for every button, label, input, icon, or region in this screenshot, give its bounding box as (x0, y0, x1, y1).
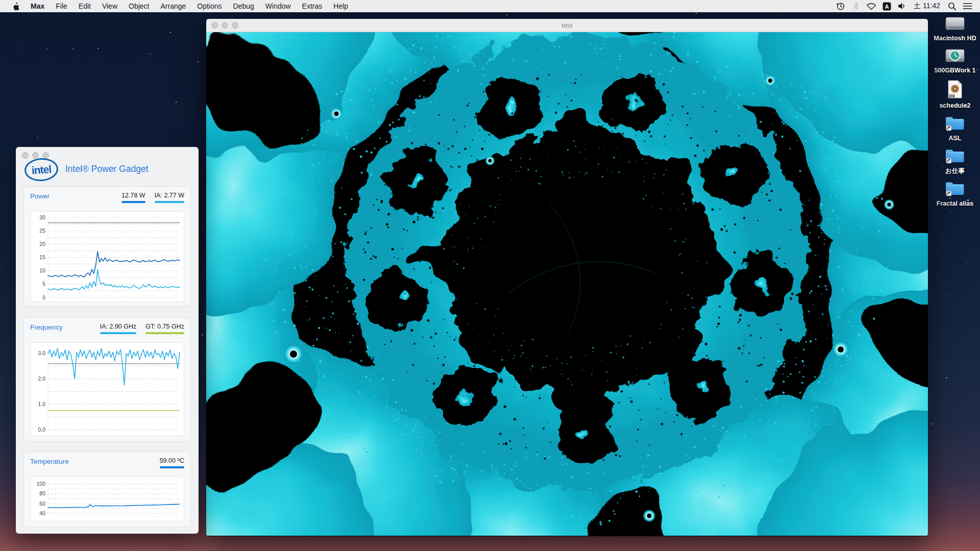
star (198, 61, 199, 62)
star (16, 55, 16, 55)
star (97, 48, 98, 48)
menu-help[interactable]: Help (328, 0, 354, 12)
fractal-window-titlebar[interactable]: test (206, 19, 928, 32)
close-button[interactable] (22, 152, 29, 159)
window-title: test (206, 21, 928, 29)
star (18, 40, 19, 41)
star (946, 377, 947, 379)
star (170, 32, 171, 33)
desktop-icon-label: お仕事 (945, 167, 965, 174)
fractal-artwork[interactable] (206, 32, 928, 536)
temperature-value: 59.00 ºC (160, 457, 184, 468)
svg-text:0: 0 (42, 294, 45, 300)
svg-text:3.0: 3.0 (38, 350, 45, 356)
folder-alias-icon (944, 147, 966, 166)
svg-text:15: 15 (39, 254, 45, 260)
star (14, 112, 15, 112)
time-machine-icon[interactable] (835, 0, 846, 12)
frequency-gt-legend-bar (145, 332, 184, 334)
star (967, 263, 967, 263)
menu-extras[interactable]: Extras (297, 0, 328, 12)
svg-text:25: 25 (39, 228, 45, 234)
frequency-ia-value: IA: 2.90 GHz (100, 323, 137, 334)
desktop-icon-macintosh-hd[interactable]: Macintosh HD (933, 15, 977, 42)
star (779, 15, 780, 16)
frequency-ia-legend-bar (100, 332, 137, 334)
app-title: Intel® Power Gadget (65, 164, 149, 174)
menu-arrange[interactable]: Arrange (155, 0, 191, 12)
menu-bar-right: A土 11:42 (835, 0, 980, 12)
fractal-window: test (206, 19, 928, 536)
power-ia-value: IA: 2.77 W (155, 192, 184, 203)
menu-view[interactable]: View (96, 0, 123, 12)
svg-text:10: 10 (39, 267, 45, 273)
menu-options[interactable]: Options (191, 0, 227, 12)
power-section: Power 12.78 W IA: 2.77 W 302520151050 (23, 186, 191, 307)
desktop-icon-fractal-alias[interactable]: Fractal alias (933, 180, 977, 207)
star (202, 334, 203, 336)
temperature-section-label: Temperature (30, 457, 69, 465)
star (72, 48, 74, 49)
desktop-icon-label: 500GBWork 1 (934, 67, 975, 74)
menu-object[interactable]: Object (123, 0, 155, 12)
folder-alias-icon (944, 180, 966, 199)
menu-edit[interactable]: Edit (73, 0, 96, 12)
menu-window[interactable]: Window (260, 0, 297, 12)
desktop-icon-column: Macintosh HD500GBWork 1TEXTschedule2ASLお… (933, 15, 977, 213)
desktop-icon-label: Macintosh HD (934, 35, 976, 42)
star (174, 49, 174, 50)
minimize-button[interactable] (32, 152, 39, 159)
menu-bar-left: MaxFileEditViewObjectArrangeOptionsDebug… (0, 0, 354, 12)
temperature-legend-bar (160, 466, 184, 468)
temperature-chart: 100806040 (30, 477, 184, 521)
power-section-label: Power (30, 192, 50, 200)
desktop-icon-asl[interactable]: ASL (933, 115, 977, 142)
svg-text:TEXT: TEXT (949, 95, 955, 97)
star (696, 13, 697, 14)
menu-max[interactable]: Max (25, 0, 50, 12)
desktop-icon-お仕事[interactable]: お仕事 (933, 147, 977, 174)
power-package-value: 12.78 W (121, 192, 145, 203)
folder-alias-icon (944, 115, 966, 134)
desktop-icon-500gbwork-1[interactable]: 500GBWork 1 (933, 47, 977, 74)
desktop-icon-schedule2[interactable]: TEXTschedule2 (933, 80, 977, 109)
notification-center-icon[interactable] (962, 0, 973, 12)
svg-text:A: A (885, 3, 889, 9)
frequency-section-label: Frequency (30, 323, 63, 331)
wifi-icon[interactable] (866, 0, 877, 12)
svg-text:100: 100 (36, 481, 45, 487)
svg-text:40: 40 (39, 510, 45, 516)
apple-menu[interactable] (6, 0, 25, 12)
drive-icon (944, 15, 966, 34)
power-chart: 302520151050 (30, 211, 184, 302)
window-controls (22, 152, 49, 159)
power-package-legend-bar (121, 201, 145, 203)
intel-logo-text: intel (31, 163, 52, 177)
frequency-gt-value: GT: 0.75 GHz (145, 323, 184, 334)
svg-text:0.0: 0.0 (38, 427, 45, 433)
svg-text:80: 80 (39, 490, 45, 496)
menu-debug[interactable]: Debug (228, 0, 260, 12)
frequency-chart: 3.02.01.00.0 (30, 342, 184, 436)
menu-file[interactable]: File (50, 0, 73, 12)
svg-text:1.0: 1.0 (38, 401, 45, 407)
bluetooth-icon[interactable] (850, 0, 862, 12)
star (37, 137, 38, 138)
star (150, 54, 151, 55)
intel-logo: intel (24, 157, 59, 182)
desktop-icon-label: Fractal alias (937, 200, 973, 207)
power-gadget-header[interactable]: intel Intel® Power Gadget (23, 147, 191, 183)
volume-icon[interactable] (896, 0, 908, 12)
star (945, 293, 946, 294)
desktop-icon-label: ASL (949, 135, 962, 142)
star (932, 423, 933, 424)
svg-text:20: 20 (39, 241, 45, 247)
svg-text:2.0: 2.0 (38, 375, 45, 382)
power-gadget-window: intel Intel® Power Gadget Power 12.78 W … (16, 147, 199, 534)
menu-bar-clock[interactable]: 土 11:42 (912, 2, 942, 11)
temperature-section: Temperature 59.00 ºC 100806040 (23, 452, 191, 527)
svg-text:5: 5 (42, 281, 45, 287)
spotlight-icon[interactable] (946, 0, 958, 12)
input-source-a-icon[interactable]: A (881, 0, 892, 12)
star (506, 15, 507, 16)
